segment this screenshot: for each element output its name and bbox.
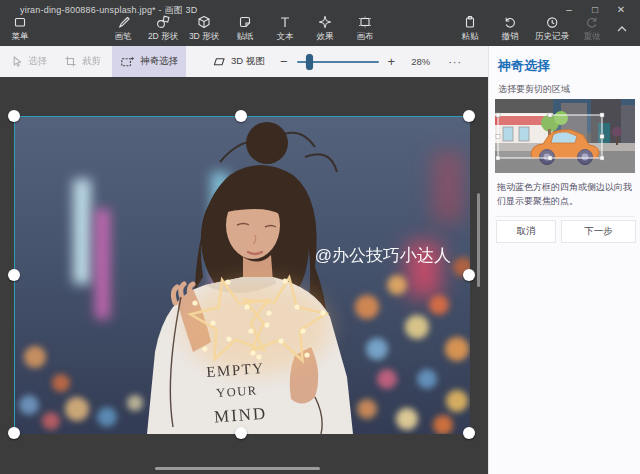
- tool-options-bar: 选择 裁剪 神奇选择 3D 视图 − + 28% ···: [0, 46, 488, 77]
- selection-handle-top-left[interactable]: [8, 110, 20, 122]
- zoom-controls: − + 28% ···: [280, 46, 462, 77]
- selection-handle-top-right[interactable]: [463, 110, 475, 122]
- history-icon: [545, 15, 559, 29]
- magic-select-icon: [120, 55, 135, 69]
- panel-instruction: 拖动蓝色方框的四角或侧边以向我们显示要聚焦的点。: [497, 181, 635, 209]
- text-icon: [278, 15, 292, 29]
- zoom-in-button[interactable]: +: [388, 54, 396, 69]
- magic-select-panel: 神奇选择 选择要剪切的区域: [488, 46, 640, 474]
- zoom-slider[interactable]: [297, 61, 379, 63]
- horizontal-scrollbar[interactable]: [155, 467, 320, 470]
- redo-button[interactable]: 重做: [569, 15, 615, 43]
- watermark-text: @办公技巧小达人: [315, 246, 451, 265]
- more-options-button[interactable]: ···: [448, 56, 462, 68]
- 3d-view-icon: [212, 55, 226, 68]
- selection-handle-top-center[interactable]: [235, 110, 247, 122]
- sticker-icon: [238, 15, 252, 29]
- zoom-out-button[interactable]: −: [280, 54, 288, 69]
- menu-button[interactable]: 菜单: [0, 15, 43, 43]
- magic-select-button[interactable]: 神奇选择: [112, 46, 186, 77]
- selection-handle-bottom-right[interactable]: [463, 427, 475, 439]
- 2d-shapes-icon: [156, 15, 170, 29]
- zoom-slider-thumb[interactable]: [306, 54, 313, 70]
- panel-divider: [495, 216, 635, 217]
- 2d-shapes-button[interactable]: 2D 形状: [140, 15, 186, 43]
- menu-icon: [13, 15, 27, 29]
- 3d-view-button[interactable]: 3D 视图: [204, 46, 273, 77]
- photo: EMPTY YOUR MIND @办公技巧小达人: [15, 117, 470, 434]
- selection-handle-mid-right[interactable]: [463, 269, 475, 281]
- canvas-button[interactable]: 画布: [342, 15, 388, 43]
- canvas-icon: [358, 15, 372, 29]
- effects-icon: [318, 15, 332, 29]
- shirt-text-line2: YOUR: [216, 383, 258, 400]
- paint3d-window: yiran-ding-800886-unsplash.jpg* - 画图 3D …: [0, 0, 640, 474]
- redo-icon: [585, 15, 599, 29]
- vertical-scrollbar[interactable]: [477, 193, 480, 287]
- crop-icon: [64, 55, 77, 68]
- panel-title: 神奇选择: [498, 57, 550, 75]
- panel-subtitle: 选择要剪切的区域: [498, 83, 570, 96]
- undo-icon: [503, 15, 517, 29]
- select-tool-button[interactable]: 选择: [2, 46, 55, 77]
- zoom-percentage[interactable]: 28%: [411, 56, 430, 67]
- canvas-area[interactable]: EMPTY YOUR MIND @办公技巧小达人: [0, 77, 488, 474]
- 3d-shapes-button[interactable]: 3D 形状: [181, 15, 227, 43]
- selection-handle-bottom-left[interactable]: [8, 427, 20, 439]
- crop-tool-button[interactable]: 裁剪: [56, 46, 109, 77]
- paste-icon: [463, 15, 477, 29]
- title-bar: yiran-ding-800886-unsplash.jpg* - 画图 3D …: [0, 0, 640, 46]
- chevron-up-icon[interactable]: [614, 22, 630, 36]
- brush-icon: [116, 15, 130, 29]
- selection-handle-bottom-center[interactable]: [235, 427, 247, 439]
- next-step-button[interactable]: 下一步: [561, 220, 636, 243]
- 3d-shapes-icon: [197, 15, 211, 29]
- undo-button[interactable]: 撤销: [487, 15, 533, 43]
- select-cursor-icon: [10, 55, 23, 68]
- magic-select-region[interactable]: EMPTY YOUR MIND @办公技巧小达人: [14, 116, 469, 433]
- magic-select-example-thumbnail: [495, 99, 635, 173]
- selection-handle-mid-left[interactable]: [8, 269, 20, 281]
- cancel-button[interactable]: 取消: [496, 220, 556, 243]
- shirt-text-line3: MIND: [213, 404, 268, 427]
